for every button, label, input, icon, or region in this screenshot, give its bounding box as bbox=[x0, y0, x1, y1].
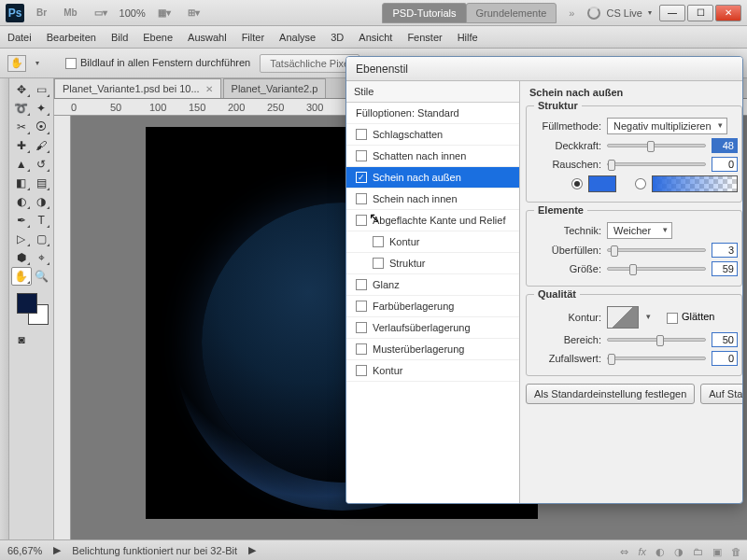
tool-preset-dropdown[interactable]: ▾ bbox=[35, 59, 39, 67]
menu-help[interactable]: Hilfe bbox=[458, 32, 478, 43]
more-icon[interactable]: » bbox=[569, 7, 574, 19]
checkbox-icon[interactable] bbox=[356, 301, 367, 312]
dodge-tool[interactable]: ◑ bbox=[32, 192, 52, 211]
style-item-contour[interactable]: Kontur bbox=[346, 231, 519, 253]
dialog-title[interactable]: Ebenenstil bbox=[346, 57, 742, 81]
workspace-tab[interactable]: PSD-Tutorials bbox=[382, 3, 466, 23]
noise-input[interactable]: 0 bbox=[712, 157, 738, 172]
style-item-bevel[interactable]: Abgeflachte Kante und Relief bbox=[346, 210, 519, 231]
blend-options-item[interactable]: Fülloptionen: Standard bbox=[346, 103, 519, 124]
fx-icon[interactable]: fx bbox=[638, 546, 646, 558]
mask-icon[interactable]: ◐ bbox=[655, 546, 665, 558]
wand-tool[interactable]: ✦ bbox=[32, 99, 52, 118]
checkbox-icon[interactable] bbox=[356, 279, 367, 290]
contour-picker[interactable] bbox=[607, 306, 639, 329]
pen-tool[interactable]: ✒ bbox=[11, 211, 32, 230]
blur-tool[interactable]: ◐ bbox=[11, 192, 32, 211]
color-radio[interactable] bbox=[571, 178, 583, 189]
opacity-input[interactable]: 48 bbox=[712, 138, 738, 153]
new-layer-icon[interactable]: ▣ bbox=[712, 546, 722, 558]
opacity-slider[interactable] bbox=[607, 144, 706, 147]
style-item-inner-glow[interactable]: Schein nach innen bbox=[346, 189, 519, 210]
path-select-tool[interactable]: ▷ bbox=[11, 230, 32, 248]
bridge-button[interactable]: Br bbox=[32, 6, 51, 20]
window-close[interactable]: ✕ bbox=[715, 5, 741, 21]
heal-tool[interactable]: ✚ bbox=[11, 136, 32, 155]
lasso-tool[interactable]: ➰ bbox=[11, 99, 32, 118]
minibridge-button[interactable]: Mb bbox=[59, 6, 81, 20]
menu-analysis[interactable]: Analyse bbox=[279, 32, 316, 43]
glow-gradient-swatch[interactable] bbox=[652, 175, 738, 192]
brush-tool[interactable]: 🖌 bbox=[32, 136, 52, 155]
style-item-gradient-overlay[interactable]: Verlaufsüberlagerung bbox=[346, 317, 519, 339]
status-arrow-icon[interactable]: ▶ bbox=[53, 544, 61, 556]
link-icon[interactable]: ⇔ bbox=[620, 546, 628, 558]
style-item-inner-shadow[interactable]: Schatten nach innen bbox=[346, 146, 519, 167]
hand-tool[interactable]: ✋ bbox=[11, 267, 32, 286]
cs-live[interactable]: CS Live ▾ bbox=[587, 7, 652, 20]
window-minimize[interactable]: — bbox=[659, 5, 685, 21]
status-arrow-icon[interactable]: ▶ bbox=[248, 544, 256, 556]
close-icon[interactable]: ✕ bbox=[205, 84, 213, 94]
type-tool[interactable]: T bbox=[32, 211, 52, 230]
extras-icon[interactable]: ⊞▾ bbox=[183, 6, 204, 20]
window-maximize[interactable]: ☐ bbox=[687, 5, 713, 21]
checkbox-icon[interactable] bbox=[356, 322, 367, 333]
crop-tool[interactable]: ✂ bbox=[11, 118, 32, 136]
shape-tool[interactable]: ▢ bbox=[32, 230, 52, 248]
range-slider[interactable] bbox=[607, 338, 706, 342]
spread-slider[interactable] bbox=[607, 248, 706, 252]
checkbox-icon[interactable] bbox=[667, 313, 678, 324]
eraser-tool[interactable]: ◧ bbox=[11, 174, 32, 192]
quickmask-toggle[interactable]: ◙ bbox=[11, 330, 32, 349]
zoom-level[interactable]: 100% bbox=[120, 7, 146, 19]
zoom-tool[interactable]: 🔍 bbox=[32, 267, 52, 286]
3d-camera-tool[interactable]: ⌖ bbox=[32, 248, 52, 267]
style-item-satin[interactable]: Glanz bbox=[346, 274, 519, 296]
history-brush-tool[interactable]: ↺ bbox=[32, 155, 52, 174]
stamp-tool[interactable]: ▲ bbox=[11, 155, 32, 174]
noise-slider[interactable] bbox=[607, 162, 706, 166]
menu-window[interactable]: Fenster bbox=[407, 32, 442, 43]
document-tab[interactable]: Planet_Variante2.p bbox=[223, 78, 327, 98]
menu-3d[interactable]: 3D bbox=[331, 32, 344, 43]
status-zoom[interactable]: 66,67% bbox=[7, 545, 42, 556]
menu-file[interactable]: Datei bbox=[7, 32, 32, 43]
document-tab[interactable]: Planet_Variante1.psd bei 10...✕ bbox=[54, 78, 221, 98]
gradient-tool[interactable]: ▤ bbox=[32, 174, 52, 192]
left-dock-strip[interactable] bbox=[0, 78, 9, 539]
trash-icon[interactable]: 🗑 bbox=[731, 546, 741, 558]
eyedropper-tool[interactable]: ⦿ bbox=[32, 118, 52, 136]
style-item-texture[interactable]: Struktur bbox=[346, 253, 519, 274]
checkbox-icon[interactable] bbox=[356, 365, 367, 376]
reset-default-button[interactable]: Auf Stan bbox=[700, 384, 742, 404]
checkbox-icon[interactable] bbox=[65, 58, 77, 69]
menu-edit[interactable]: Bearbeiten bbox=[47, 32, 96, 43]
styles-header[interactable]: Stile bbox=[346, 81, 519, 103]
style-item-pattern-overlay[interactable]: Musterüberlagerung bbox=[346, 339, 519, 360]
checkbox-icon[interactable] bbox=[356, 343, 367, 355]
scroll-all-option[interactable]: Bildlauf in allen Fenstern durchführen bbox=[65, 57, 250, 69]
glow-color-swatch[interactable] bbox=[588, 175, 617, 192]
technique-select[interactable]: Weicher bbox=[607, 222, 672, 239]
foreground-color[interactable] bbox=[17, 293, 37, 314]
checkbox-icon[interactable] bbox=[356, 215, 367, 226]
spread-input[interactable]: 3 bbox=[712, 243, 738, 258]
jitter-input[interactable]: 0 bbox=[712, 351, 738, 366]
jitter-slider[interactable] bbox=[607, 357, 706, 360]
workspace-tab[interactable]: Grundelemente bbox=[466, 3, 557, 23]
checkbox-icon[interactable] bbox=[356, 193, 367, 204]
menu-select[interactable]: Auswahl bbox=[188, 32, 227, 43]
checkbox-icon[interactable] bbox=[373, 258, 384, 269]
menu-layer[interactable]: Ebene bbox=[143, 32, 173, 43]
antialias-option[interactable]: Glätten bbox=[667, 311, 714, 323]
folder-icon[interactable]: 🗀 bbox=[693, 546, 703, 558]
checkbox-icon[interactable] bbox=[356, 150, 367, 161]
move-tool[interactable]: ✥ bbox=[11, 80, 32, 99]
range-input[interactable]: 50 bbox=[712, 332, 738, 347]
menu-filter[interactable]: Filter bbox=[242, 32, 264, 43]
style-item-drop-shadow[interactable]: Schlagschatten bbox=[346, 124, 519, 146]
size-slider[interactable] bbox=[607, 267, 706, 271]
adjust-icon[interactable]: ◑ bbox=[674, 546, 684, 558]
checkbox-icon[interactable] bbox=[373, 236, 384, 247]
